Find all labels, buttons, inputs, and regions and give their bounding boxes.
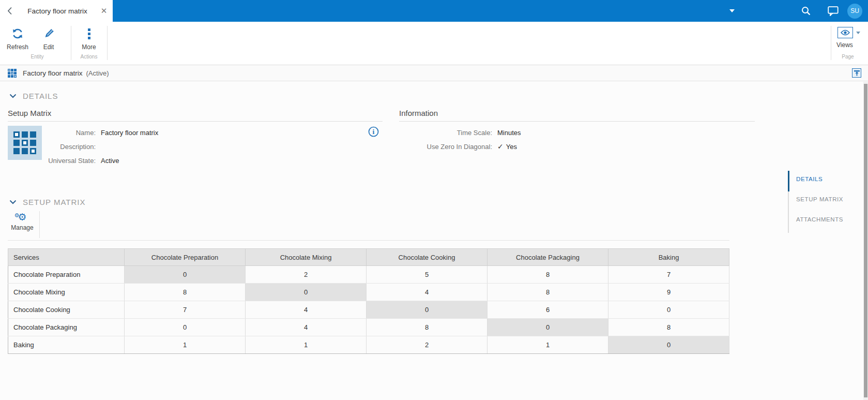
field-value[interactable]: Active	[101, 157, 119, 165]
column-header[interactable]: Chocolate Packaging	[488, 249, 608, 266]
matrix-cell[interactable]: 5	[367, 266, 488, 284]
more-ellipsis-icon	[88, 26, 90, 41]
check-icon: ✓	[497, 142, 504, 151]
views-caret-icon	[856, 32, 860, 34]
matrix-cell[interactable]: 6	[488, 301, 608, 319]
views-label: Views	[836, 41, 853, 49]
service-cell[interactable]: Baking	[8, 336, 125, 354]
views-button[interactable]	[837, 27, 860, 38]
chat-button[interactable]	[823, 0, 843, 22]
matrix-cell[interactable]: 4	[246, 301, 367, 319]
matrix-cell[interactable]: 0	[367, 301, 488, 319]
gears-icon: ⚙⚙	[18, 212, 26, 223]
field-description: Description:	[8, 141, 101, 152]
info-button[interactable]: i	[368, 126, 379, 137]
column-header[interactable]: Chocolate Preparation	[125, 249, 246, 266]
matrix-cell[interactable]: 1	[488, 336, 608, 354]
record-status: (Active)	[86, 69, 109, 77]
matrix-cell[interactable]: 0	[608, 301, 729, 319]
table-row: Chocolate Packaging04808	[8, 319, 729, 336]
table-row: Chocolate Preparation02587	[8, 266, 729, 284]
matrix-cell[interactable]: 0	[125, 319, 246, 336]
manage-label: Manage	[11, 224, 33, 231]
matrix-grid-icon	[8, 69, 17, 78]
field-value[interactable]: Minutes	[497, 129, 521, 137]
matrix-cell[interactable]: 2	[246, 266, 367, 284]
matrix-cell[interactable]: 0	[125, 266, 246, 284]
information-group-title: Information	[399, 109, 438, 117]
manage-button[interactable]: ⚙⚙ Manage	[9, 212, 35, 237]
sidebar-item-details[interactable]: DETAILS	[796, 169, 843, 189]
service-cell[interactable]: Chocolate Cooking	[8, 301, 125, 319]
field-value[interactable]: ✓Yes	[497, 142, 517, 151]
app-window: Factory floor matrix ✕ SU Refresh Edi	[0, 0, 868, 400]
field-label: Universal State:	[8, 157, 96, 165]
sidebar-nav: DETAILSSETUP MATRIXATTACHMENTS	[788, 169, 843, 229]
vertical-scrollbar[interactable]	[863, 82, 868, 400]
table-row: Baking11210	[8, 336, 729, 354]
column-header[interactable]: Chocolate Cooking	[367, 249, 488, 266]
matrix-cell[interactable]: 7	[608, 266, 729, 284]
popout-button[interactable]	[852, 68, 861, 78]
setup-matrix-section-header[interactable]: SETUP MATRIX	[9, 198, 85, 206]
matrix-cell[interactable]: 4	[367, 284, 488, 301]
setup-matrix-table: ServicesChocolate PreparationChocolate M…	[8, 248, 729, 354]
column-header[interactable]: Baking	[608, 249, 729, 266]
table-row: Chocolate Cooking74060	[8, 301, 729, 319]
matrix-cell[interactable]: 8	[488, 284, 608, 301]
matrix-cell[interactable]: 0	[246, 284, 367, 301]
service-cell[interactable]: Chocolate Mixing	[8, 284, 125, 301]
svg-text:i: i	[373, 128, 375, 136]
matrix-cell[interactable]: 8	[125, 284, 246, 301]
matrix-cell[interactable]: 8	[608, 319, 729, 336]
caret-down-icon[interactable]	[729, 9, 735, 12]
edit-pencil-icon	[42, 26, 55, 41]
matrix-cell[interactable]: 2	[367, 336, 488, 354]
chevron-down-icon	[9, 200, 17, 204]
divider	[8, 121, 383, 122]
matrix-cell[interactable]: 4	[246, 319, 367, 336]
setup-matrix-group-title: Setup Matrix	[8, 109, 51, 117]
chevron-down-icon	[9, 94, 17, 98]
section-nav: DETAILSSETUP MATRIXATTACHMENTS	[788, 169, 843, 229]
active-nav-indicator	[788, 171, 789, 191]
field-value[interactable]: Factory floor matrix	[101, 129, 158, 137]
search-button[interactable]	[796, 0, 816, 22]
service-cell[interactable]: Chocolate Preparation	[8, 266, 125, 284]
matrix-cell[interactable]: 1	[246, 336, 367, 354]
field-label: Name:	[8, 129, 96, 137]
back-button[interactable]	[0, 0, 20, 22]
details-section-title: DETAILS	[23, 92, 58, 100]
sidebar-item-attachments[interactable]: ATTACHMENTS	[796, 209, 843, 229]
refresh-icon	[11, 26, 24, 41]
record-title: Factory floor matrix	[23, 69, 83, 77]
column-header[interactable]: Services	[8, 249, 125, 266]
tab-title[interactable]: Factory floor matrix	[20, 7, 95, 15]
edit-button[interactable]: Edit	[34, 26, 63, 58]
scrollbar-thumb[interactable]	[864, 84, 867, 397]
matrix-cell[interactable]: 9	[608, 284, 729, 301]
top-bar: Factory floor matrix ✕ SU	[0, 0, 868, 22]
field-time-scale: Time Scale: Minutes	[399, 127, 521, 138]
toolbar-separator	[39, 211, 40, 238]
details-section-header[interactable]: DETAILS	[9, 92, 58, 100]
avatar[interactable]: SU	[847, 4, 862, 19]
matrix-cell[interactable]: 1	[125, 336, 246, 354]
refresh-button[interactable]: Refresh	[3, 26, 32, 58]
matrix-cell[interactable]: 8	[488, 266, 608, 284]
matrix-cell[interactable]: 0	[488, 319, 608, 336]
page-group-label: Page	[822, 54, 868, 60]
setup-matrix-section-title: SETUP MATRIX	[23, 198, 85, 206]
field-name: Name: Factory floor matrix	[8, 127, 158, 138]
matrix-cell[interactable]: 7	[125, 301, 246, 319]
matrix-cell[interactable]: 0	[608, 336, 729, 354]
column-header[interactable]: Chocolate Mixing	[246, 249, 367, 266]
matrix-cell[interactable]: 8	[367, 319, 488, 336]
more-button[interactable]: More	[74, 26, 103, 58]
sidebar-item-setup-matrix[interactable]: SETUP MATRIX	[796, 189, 843, 209]
chat-icon	[828, 6, 839, 16]
field-label: Use Zero In Diagonal:	[399, 143, 492, 151]
tab-close-icon[interactable]: ✕	[95, 6, 113, 16]
divider	[399, 121, 755, 122]
service-cell[interactable]: Chocolate Packaging	[8, 319, 125, 336]
